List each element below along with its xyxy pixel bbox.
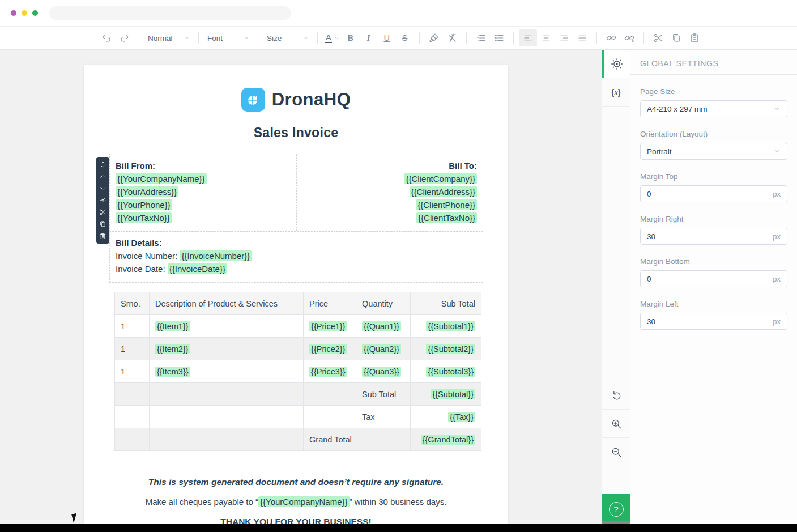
settings-tab-strip: {x} ? xyxy=(602,50,630,524)
tax-row: Tax {{Tax}} xyxy=(115,406,481,428)
placeholder-your-company[interactable]: {{YourCompanyName}} xyxy=(116,173,207,184)
placeholder-client-phone[interactable]: {{ClientPhone}} xyxy=(416,199,477,210)
margin-top-input[interactable] xyxy=(647,190,760,198)
header-quantity: Quantity xyxy=(356,292,411,315)
margin-right-input[interactable] xyxy=(647,232,760,241)
margin-right-label: Margin Right xyxy=(640,215,787,223)
ordered-list-icon xyxy=(476,33,486,43)
paragraph-style-value: Normal xyxy=(148,34,173,42)
tab-global-settings[interactable] xyxy=(602,50,630,78)
placeholder-invoice-date[interactable]: {{InvoiceDate}} xyxy=(168,263,227,274)
page-size-select[interactable]: A4-210 x 297 mm xyxy=(640,100,787,117)
placeholder-your-taxno[interactable]: {{YourTaxNo}} xyxy=(116,212,172,223)
reset-zoom-button[interactable] xyxy=(602,381,630,409)
placeholder-your-phone[interactable]: {{YourPhone}} xyxy=(116,199,172,210)
paste-icon xyxy=(689,33,700,43)
placeholder-subtotal1[interactable]: {{Subtotal1}} xyxy=(426,321,475,331)
margin-bottom-input[interactable] xyxy=(647,275,760,283)
placeholder-quan3[interactable]: {{Quan3}} xyxy=(362,367,401,377)
cut-button[interactable] xyxy=(649,29,667,46)
window-minimize-button[interactable] xyxy=(22,10,27,16)
window-controls xyxy=(11,10,38,16)
help-button[interactable]: ? xyxy=(602,494,630,524)
undo-button[interactable] xyxy=(97,29,116,46)
bill-parties-section[interactable]: Bill From: {{YourCompanyName}} {{YourAdd… xyxy=(109,154,483,232)
document-title: Sales Invoice xyxy=(84,125,508,141)
address-bar[interactable] xyxy=(49,6,291,20)
ordered-list-button[interactable] xyxy=(472,29,490,46)
margin-top-unit: px xyxy=(773,190,781,198)
placeholder-item1[interactable]: {{Item1}} xyxy=(155,321,190,331)
drag-handle-icon[interactable] xyxy=(97,159,108,170)
subtotal-label: Sub Total xyxy=(356,383,411,406)
invoice-page[interactable]: DronaHQ Sales Invoice Bill From: {{YourC… xyxy=(84,65,508,524)
remove-link-button[interactable] xyxy=(620,29,638,46)
paste-button[interactable] xyxy=(685,29,704,46)
format-painter-button[interactable] xyxy=(425,29,443,46)
font-size-dropdown[interactable]: Size xyxy=(263,29,312,46)
align-justify-button[interactable] xyxy=(573,29,591,46)
copy-button[interactable] xyxy=(667,29,685,46)
margin-top-label: Margin Top xyxy=(640,172,787,181)
placeholder-client-company[interactable]: {{ClientCompany}} xyxy=(404,173,477,184)
placeholder-price1[interactable]: {{Price1}} xyxy=(309,321,347,331)
font-dropdown[interactable]: Font xyxy=(204,29,253,46)
margin-left-input[interactable] xyxy=(647,317,760,326)
tab-variables[interactable]: {x} xyxy=(602,78,630,107)
redo-button[interactable] xyxy=(116,29,134,46)
unordered-list-button[interactable] xyxy=(490,29,508,46)
text-color-button[interactable]: A xyxy=(323,29,342,46)
placeholder-client-address[interactable]: {{ClientAddress}} xyxy=(410,186,477,197)
placeholder-grand-total[interactable]: {{GrandTotal}} xyxy=(421,435,475,445)
placeholder-subtotal3[interactable]: {{Subtotal3}} xyxy=(426,367,475,377)
zoom-out-icon xyxy=(611,446,622,458)
clear-formatting-button[interactable] xyxy=(443,29,461,46)
insert-link-button[interactable] xyxy=(602,29,620,46)
zoom-out-button[interactable] xyxy=(602,437,630,466)
placeholder-invoice-number[interactable]: {{InvoiceNumber}} xyxy=(180,250,252,261)
bill-details-section[interactable]: Bill Details: Invoice Number: {{InvoiceN… xyxy=(109,231,483,283)
placeholder-quan2[interactable]: {{Quan2}} xyxy=(362,344,401,354)
paragraph-style-dropdown[interactable]: Normal xyxy=(144,29,193,46)
window-close-button[interactable] xyxy=(11,10,16,16)
placeholder-subtotal[interactable]: {{Subtotal}} xyxy=(431,389,475,399)
copy-element-icon[interactable] xyxy=(97,219,108,229)
bold-button[interactable]: B xyxy=(342,29,360,46)
dronahq-logo-icon xyxy=(241,88,265,112)
orientation-select[interactable]: Portrait xyxy=(640,143,787,160)
align-left-button[interactable] xyxy=(519,29,537,46)
italic-button[interactable]: I xyxy=(360,29,378,46)
placeholder-price3[interactable]: {{Price3}} xyxy=(309,367,347,377)
zoom-in-button[interactable] xyxy=(602,409,630,437)
placeholder-your-address[interactable]: {{YourAddress}} xyxy=(116,186,178,197)
margin-left-label: Margin Left xyxy=(640,300,787,308)
placeholder-quan1[interactable]: {{Quan1}} xyxy=(362,321,401,331)
strikethrough-button[interactable]: S xyxy=(396,29,414,46)
align-right-button[interactable] xyxy=(555,29,573,46)
placeholder-item2[interactable]: {{Item2}} xyxy=(155,344,190,354)
bill-from-heading: Bill From: xyxy=(116,159,291,172)
move-down-button[interactable] xyxy=(97,183,108,194)
margin-left-unit: px xyxy=(773,317,781,326)
placeholder-tax[interactable]: {{Tax}} xyxy=(448,412,475,422)
gear-icon xyxy=(611,58,623,70)
cut-element-icon[interactable] xyxy=(97,207,108,218)
window-maximize-button[interactable] xyxy=(32,10,38,16)
page-size-label: Page Size xyxy=(640,87,787,96)
zoom-in-icon xyxy=(611,418,622,429)
delete-element-icon[interactable] xyxy=(97,231,108,241)
bill-details-heading: Bill Details: xyxy=(116,236,477,249)
placeholder-item3[interactable]: {{Item3}} xyxy=(155,367,190,377)
chevron-down-icon xyxy=(244,35,249,41)
element-settings-gear-icon[interactable] xyxy=(97,195,108,206)
placeholder-price2[interactable]: {{Price2}} xyxy=(309,344,347,354)
placeholder-company-footer[interactable]: {{YourCompanyName}} xyxy=(258,496,350,507)
placeholder-subtotal2[interactable]: {{Subtotal2}} xyxy=(426,344,475,354)
underline-button[interactable]: U xyxy=(378,29,396,46)
move-up-button[interactable] xyxy=(97,171,108,182)
subtotal-row: Sub Total {{Subtotal}} xyxy=(115,383,481,406)
bill-to-heading: Bill To: xyxy=(302,159,478,172)
invoice-items-table[interactable]: Srno. Description of Product & Services … xyxy=(114,292,481,451)
placeholder-client-taxno[interactable]: {{ClientTaxNo}} xyxy=(416,212,477,223)
align-center-button[interactable] xyxy=(537,29,555,46)
